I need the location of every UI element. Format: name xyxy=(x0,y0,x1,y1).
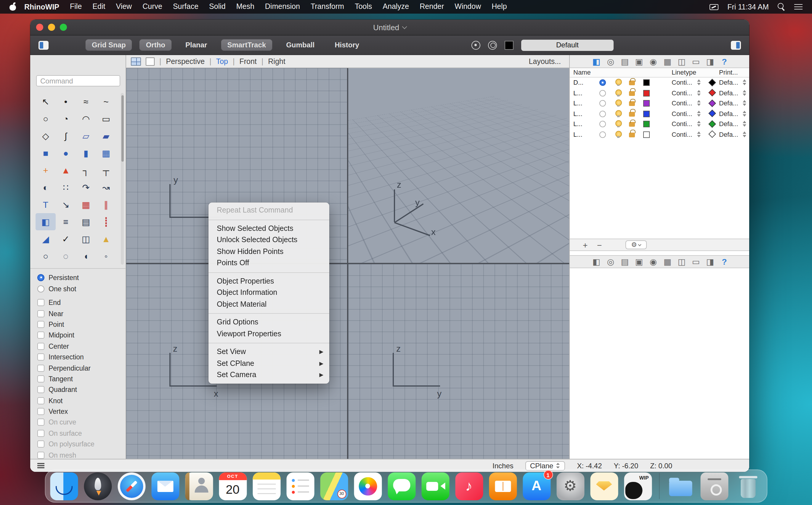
tool-text-icon[interactable]: T xyxy=(35,196,56,213)
layer-visibility-bulb-icon[interactable] xyxy=(615,120,621,127)
mail-dock-icon[interactable] xyxy=(151,472,179,500)
layer-row[interactable]: L... Conti... Defa... xyxy=(570,98,749,109)
layer-visibility-bulb-icon[interactable] xyxy=(615,100,621,107)
spotlight-search-icon[interactable] xyxy=(778,3,785,11)
current-layer-radio[interactable] xyxy=(599,90,606,96)
reminders-dock-icon[interactable] xyxy=(286,472,314,500)
linetype-stepper[interactable] xyxy=(696,111,701,116)
menubar-item-mesh[interactable]: Mesh xyxy=(231,0,260,14)
menu-item-show-selected-objects[interactable]: Show Selected Objects xyxy=(209,223,329,234)
display-panel-icon[interactable]: ◨ xyxy=(706,255,714,268)
menu-item-object-material[interactable]: Object Material xyxy=(209,299,329,310)
four-viewport-layout-icon[interactable] xyxy=(131,57,141,65)
osnap-checkbox-vertex[interactable]: Vertex xyxy=(37,406,124,417)
tool-rectangle-icon[interactable]: ▭ xyxy=(96,110,116,127)
tool-boolean-icon[interactable]: ◐ xyxy=(35,179,56,196)
cplane-select[interactable]: CPlane xyxy=(525,461,565,470)
checkbox[interactable] xyxy=(37,441,44,448)
checkbox[interactable] xyxy=(37,408,44,415)
app-store-dock-icon[interactable]: A1 xyxy=(523,472,550,500)
menu-item-viewport-properties[interactable]: Viewport Properties xyxy=(209,328,329,340)
gumball-button[interactable]: Gumball xyxy=(280,39,321,51)
layer-material-diamond[interactable] xyxy=(708,130,716,138)
layer-lock-icon[interactable] xyxy=(629,112,635,116)
checkbox[interactable] xyxy=(37,332,44,339)
minimize-button[interactable] xyxy=(48,24,55,31)
layer-linetype[interactable]: Conti... xyxy=(672,100,692,107)
osnap-checkbox-intersection[interactable]: Intersection xyxy=(37,352,124,363)
tool-ellipsoid-icon[interactable]: ◖ xyxy=(76,247,96,265)
finder-dock-icon[interactable] xyxy=(50,472,78,500)
print-stepper[interactable] xyxy=(742,100,747,106)
layer-row[interactable]: L... Conti... Defa... xyxy=(570,88,749,98)
tool-misc-icon[interactable]: ◦ xyxy=(96,247,116,265)
linetype-stepper[interactable] xyxy=(696,100,701,106)
menubar-item-dimension[interactable]: Dimension xyxy=(260,0,305,14)
tool-copy-icon[interactable]: ▦ xyxy=(76,196,96,213)
tool-hatch-icon[interactable]: ▲ xyxy=(56,162,76,179)
layer-lock-icon[interactable] xyxy=(629,80,635,85)
menubar-item-file[interactable]: File xyxy=(64,0,87,14)
print-stepper[interactable] xyxy=(742,131,747,137)
linetype-stepper[interactable] xyxy=(696,121,701,127)
menubar-item-transform[interactable]: Transform xyxy=(305,0,350,14)
close-button[interactable] xyxy=(36,24,43,31)
layer-print-width[interactable]: Defa... xyxy=(719,79,738,86)
menu-item-object-information[interactable]: Object Information xyxy=(209,287,329,299)
layer-visibility-bulb-icon[interactable] xyxy=(615,131,621,138)
layer-linetype[interactable]: Conti... xyxy=(672,131,692,138)
menu-item-object-properties[interactable]: Object Properties xyxy=(209,276,329,287)
record-history-icon[interactable] xyxy=(488,40,497,49)
menu-item-set-camera[interactable]: Set Camera▶ xyxy=(209,369,329,381)
checkbox[interactable] xyxy=(37,375,44,382)
tool-circle-icon[interactable]: ○ xyxy=(35,110,56,127)
layer-color-swatch[interactable] xyxy=(643,90,650,96)
osnap-checkbox-on-mesh[interactable]: On mesh xyxy=(37,450,124,459)
camera-panel-icon[interactable]: ◉ xyxy=(649,55,657,68)
tool-cylinder-icon[interactable]: ▮ xyxy=(76,145,96,162)
linetype-stepper[interactable] xyxy=(696,79,701,85)
layer-color-swatch[interactable] xyxy=(643,131,650,138)
tool-surface-corner-icon[interactable]: ▰ xyxy=(96,127,116,145)
camera-panel-icon[interactable]: ◉ xyxy=(649,255,657,268)
contacts-dock-icon[interactable] xyxy=(185,472,213,500)
layer-visibility-bulb-icon[interactable] xyxy=(615,110,621,117)
layer-material-diamond[interactable] xyxy=(708,99,716,107)
notes-dock-icon[interactable] xyxy=(253,472,280,500)
checkbox[interactable] xyxy=(37,430,44,437)
tool-box-icon[interactable]: ■ xyxy=(35,145,56,162)
tool-trim-icon[interactable]: ◢ xyxy=(35,230,56,247)
sketch-dock-icon[interactable] xyxy=(590,472,618,500)
tool-chamfer-icon[interactable]: ┬ xyxy=(96,162,116,179)
print-stepper[interactable] xyxy=(742,90,747,96)
layer-row-default[interactable]: D... Conti... Defa... xyxy=(570,77,749,88)
add-layer-button[interactable]: + xyxy=(583,240,597,249)
osnap-mode-persistent[interactable]: Persistent xyxy=(37,272,124,283)
layer-color-swatch[interactable] xyxy=(643,100,650,107)
menubar-item-curve[interactable]: Curve xyxy=(137,0,168,14)
menu-item-set-cplane[interactable]: Set CPlane▶ xyxy=(209,358,329,369)
palette-scrollbar[interactable] xyxy=(121,93,124,265)
osnap-checkbox-on-polysurface[interactable]: On polysurface xyxy=(37,439,124,450)
help-panel-icon[interactable]: ? xyxy=(720,255,728,268)
osnap-checkbox-midpoint[interactable]: Midpoint xyxy=(37,330,124,341)
history-button[interactable]: History xyxy=(328,39,366,51)
column-name[interactable]: Name xyxy=(573,69,591,76)
checkbox[interactable] xyxy=(37,419,44,426)
print-stepper[interactable] xyxy=(742,121,747,127)
osnap-mode-one-shot[interactable]: One shot xyxy=(37,283,124,294)
layer-color-swatch[interactable] xyxy=(643,121,650,127)
tool-linear-array-icon[interactable]: ∥ xyxy=(96,196,116,213)
checkbox[interactable] xyxy=(37,386,44,393)
materials-panel-icon[interactable]: ▣ xyxy=(635,55,643,68)
status-menu-icon[interactable] xyxy=(37,463,44,468)
layer-material-diamond[interactable] xyxy=(708,78,716,86)
menubar-item-surface[interactable]: Surface xyxy=(168,0,204,14)
layer-settings-menu[interactable]: ⚙ xyxy=(626,240,647,249)
current-layer-radio[interactable] xyxy=(599,111,606,117)
safari-dock-icon[interactable] xyxy=(118,472,145,500)
display-panel-icon[interactable]: ◨ xyxy=(706,55,714,68)
checkbox[interactable] xyxy=(37,364,44,371)
left-sidebar-toggle-icon[interactable] xyxy=(38,40,48,49)
ortho-button[interactable]: Ortho xyxy=(139,39,172,51)
